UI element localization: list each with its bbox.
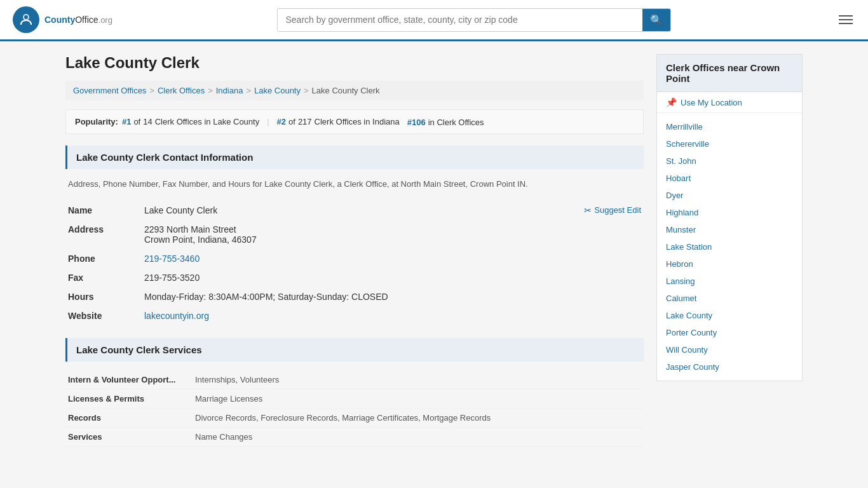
breadcrumb-sep: > (208, 86, 213, 95)
sidebar-link-lake-station[interactable]: Lake Station (657, 238, 802, 255)
table-row: Licenses & Permits Marriage Licenses (65, 389, 644, 408)
list-item: Lansing (657, 273, 802, 290)
table-row: Fax 219-755-3520 (65, 268, 644, 287)
suggest-edit-link[interactable]: ✂ Suggest Edit (584, 205, 641, 215)
page-title: Lake County Clerk (65, 54, 644, 72)
sidebar-link-munster[interactable]: Munster (657, 221, 802, 238)
sidebar-link-lansing[interactable]: Lansing (657, 273, 802, 290)
website-value: lakecountyin.org (142, 306, 644, 325)
list-item: St. John (657, 152, 802, 170)
list-item: Dyer (657, 187, 802, 204)
list-item: Jasper County (657, 358, 802, 376)
fax-label: Fax (65, 268, 142, 287)
main-container: Lake County Clerk Government Offices > C… (53, 41, 815, 459)
table-row: Records Divorce Records, Foreclosure Rec… (65, 408, 644, 427)
service-value: Name Changes (193, 427, 644, 446)
contact-description: Address, Phone Number, Fax Number, and H… (65, 178, 644, 191)
list-item: Lake County (657, 307, 802, 324)
popularity-bar: Popularity: #1 of 14 Clerk Offices in La… (65, 109, 644, 134)
table-row: Intern & Volunteer Opport... Internships… (65, 370, 644, 390)
table-row: Hours Monday-Friday: 8:30AM-4:00PM; Satu… (65, 287, 644, 306)
list-item: Porter County (657, 324, 802, 341)
logo-text: CountyOffice.org (44, 15, 112, 25)
sidebar-link-jasper-county[interactable]: Jasper County (657, 358, 802, 376)
breadcrumb-link[interactable]: Indiana (216, 86, 243, 95)
use-location-button[interactable]: 📌 Use My Location (657, 92, 802, 113)
sidebar-link-calumet[interactable]: Calumet (657, 290, 802, 307)
sidebar-link-schererville[interactable]: Schererville (657, 135, 802, 152)
sidebar-link-merrillville[interactable]: Merrillville (657, 118, 802, 135)
breadcrumb-sep: > (246, 86, 251, 95)
logo-icon (13, 6, 39, 33)
sidebar-link-hebron[interactable]: Hebron (657, 255, 802, 273)
sidebar-list: Merrillville Schererville St. John Hobar… (657, 113, 802, 381)
search-box: 🔍 (277, 8, 671, 32)
contact-details-table: Name Lake County Clerk ✂ Suggest Edit Ad… (65, 201, 644, 325)
service-label: Intern & Volunteer Opport... (65, 370, 193, 390)
address-value: 2293 North Main Street Crown Point, Indi… (142, 220, 644, 249)
hamburger-line (839, 19, 853, 20)
breadcrumb: Government Offices > Clerk Offices > Ind… (65, 81, 644, 100)
website-label: Website (65, 306, 142, 325)
sidebar-link-lake-county[interactable]: Lake County (657, 307, 802, 324)
hours-value: Monday-Friday: 8:30AM-4:00PM; Saturday-S… (142, 287, 644, 306)
service-label: Licenses & Permits (65, 389, 193, 408)
list-item: Hebron (657, 255, 802, 273)
pin-icon: 📌 (666, 97, 677, 107)
content-area: Lake County Clerk Government Offices > C… (65, 54, 644, 447)
website-link[interactable]: lakecountyin.org (144, 311, 209, 321)
sidebar-link-highland[interactable]: Highland (657, 204, 802, 221)
popularity-label: Popularity: (75, 117, 118, 126)
hours-label: Hours (65, 287, 142, 306)
sidebar-link-st-john[interactable]: St. John (657, 152, 802, 170)
search-button[interactable]: 🔍 (642, 9, 670, 31)
service-value: Marriage Licenses (193, 389, 644, 408)
hamburger-line (839, 15, 853, 17)
sidebar-header: Clerk Offices near Crown Point (657, 55, 802, 92)
logo: CountyOffice.org (13, 6, 112, 33)
search-area: 🔍 (277, 8, 671, 32)
hamburger-line (839, 23, 853, 24)
breadcrumb-link[interactable]: Government Offices (73, 86, 146, 95)
list-item: Munster (657, 221, 802, 238)
sidebar-link-porter-county[interactable]: Porter County (657, 324, 802, 341)
list-item: Will County (657, 341, 802, 358)
suggest-edit-icon: ✂ (584, 205, 592, 215)
pop-item-1: #1 of 14 Clerk Offices in Lake County (122, 117, 259, 126)
phone-label: Phone (65, 249, 142, 268)
service-value: Internships, Volunteers (193, 370, 644, 390)
sidebar-link-hobart[interactable]: Hobart (657, 170, 802, 187)
sidebar-box: Clerk Offices near Crown Point 📌 Use My … (656, 54, 803, 381)
services-section-header: Lake County Clerk Services (65, 338, 644, 362)
search-icon: 🔍 (650, 15, 663, 25)
pop-item-2: #2 of 217 Clerk Offices in Indiana (277, 117, 400, 126)
list-item: Schererville (657, 135, 802, 152)
list-item: Calumet (657, 290, 802, 307)
phone-value: 219-755-3460 (142, 249, 644, 268)
sidebar-link-will-county[interactable]: Will County (657, 341, 802, 358)
phone-link[interactable]: 219-755-3460 (144, 254, 200, 264)
table-row: Phone 219-755-3460 (65, 249, 644, 268)
name-label: Name (65, 201, 142, 220)
breadcrumb-link[interactable]: Clerk Offices (158, 86, 205, 95)
address-label: Address (65, 220, 142, 249)
service-label: Records (65, 408, 193, 427)
table-row: Services Name Changes (65, 427, 644, 446)
list-item: Hobart (657, 170, 802, 187)
service-value: Divorce Records, Foreclosure Records, Ma… (193, 408, 644, 427)
list-item: Merrillville (657, 118, 802, 135)
pop-item-3: #106 in Clerk Offices (407, 118, 484, 127)
breadcrumb-current: Lake County Clerk (312, 86, 380, 95)
table-row: Website lakecountyin.org (65, 306, 644, 325)
service-label: Services (65, 427, 193, 446)
breadcrumb-sep: > (149, 86, 154, 95)
contact-section-header: Lake County Clerk Contact Information (65, 146, 644, 169)
table-row: Name Lake County Clerk ✂ Suggest Edit (65, 201, 644, 220)
fax-value: 219-755-3520 (142, 268, 644, 287)
search-input[interactable] (278, 9, 642, 31)
sidebar: Clerk Offices near Crown Point 📌 Use My … (656, 54, 803, 447)
svg-point-1 (24, 15, 28, 19)
menu-button[interactable] (836, 13, 855, 27)
sidebar-link-dyer[interactable]: Dyer (657, 187, 802, 204)
breadcrumb-link[interactable]: Lake County (254, 86, 301, 95)
